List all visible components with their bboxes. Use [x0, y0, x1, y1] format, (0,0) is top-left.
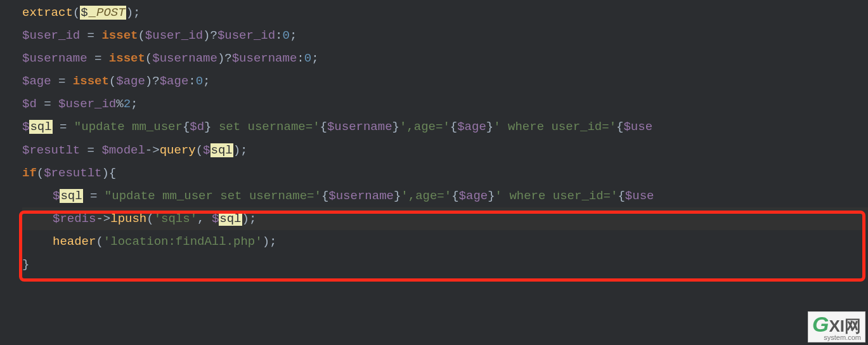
var-age: $age [22, 74, 51, 88]
brace-close: } [394, 189, 401, 203]
var-sql-dollar: $ [22, 120, 29, 134]
str-set-username: set username=' [212, 120, 320, 134]
var-redis: $redis [53, 212, 96, 226]
var-d-embed: $d [190, 120, 204, 134]
var-sql-dollar: $ [212, 212, 219, 226]
paren-open: ( [138, 29, 145, 42]
eq: = [83, 189, 105, 203]
num-zero: 0 [283, 29, 290, 42]
var-sql-dollar: $ [53, 189, 60, 203]
var-age-2: $age [116, 74, 145, 88]
num-zero: 0 [196, 74, 203, 88]
var-use-embed: $use [623, 120, 652, 134]
code-line-3[interactable]: $username = isset($username)?$username:0… [22, 47, 868, 70]
str-update-1: "update mm_user [74, 120, 183, 134]
code-line-10[interactable]: $redis->lpush('sqls', $sql); [22, 207, 868, 230]
brace-close: } [488, 189, 495, 203]
fn-query: query [160, 143, 196, 157]
var-resutlt: $resutlt [44, 166, 101, 180]
semi: ; [290, 29, 297, 42]
paren-close-q: )? [145, 74, 160, 88]
eq: = [37, 97, 58, 111]
brace-open: { [451, 189, 458, 203]
brace-close: } [204, 120, 211, 134]
kw-if: if [22, 166, 37, 180]
str-sqls: 'sqls' [154, 212, 197, 226]
arrow: -> [96, 212, 110, 226]
kw-isset: isset [109, 51, 145, 65]
str-where-2: ' where user_id=' [495, 189, 618, 203]
code-line-12[interactable]: } [22, 253, 868, 276]
semi: ; [131, 97, 138, 111]
paren-open: ( [146, 212, 153, 226]
fn-lpush: lpush [110, 212, 146, 226]
arrow: -> [145, 143, 160, 157]
var-post-dollar: $ [80, 6, 88, 20]
code-line-5[interactable]: $d = $user_id%2; [22, 93, 868, 115]
eq: = [80, 29, 101, 42]
code-line-2[interactable]: $user_id = isset($user_id)?$user_id:0; [22, 24, 868, 47]
fn-header: header [53, 235, 96, 249]
str-age-2: ',age=' [401, 189, 451, 203]
brace-close: } [392, 120, 399, 134]
var-sql-hl: sql [60, 189, 82, 203]
var-sql-hl: sql [219, 212, 242, 226]
brace-open: { [320, 120, 327, 134]
paren-open: ( [37, 166, 44, 180]
brace-open: { [450, 120, 457, 134]
paren-close: ); [126, 6, 141, 20]
close-brace: } [22, 257, 29, 271]
paren-open: ( [96, 235, 103, 249]
paren-close: ); [233, 143, 248, 157]
watermark-cn: 网 [845, 316, 861, 335]
paren-close: ); [262, 235, 277, 249]
code-line-4[interactable]: $age = isset($age)?$age:0; [22, 70, 868, 93]
colon: : [188, 74, 195, 88]
colon: : [297, 51, 304, 65]
var-user-id: $user_id [58, 97, 116, 111]
var-user-id-2: $user_id [145, 29, 203, 42]
semi: ; [311, 51, 318, 65]
var-user-id: $user_id [22, 29, 80, 42]
var-username-2: $username [152, 51, 217, 65]
paren-open: ( [73, 6, 80, 20]
var-sql-dollar: $ [203, 143, 210, 157]
var-username-embed: $username [327, 120, 392, 134]
brace-open: { [616, 120, 623, 134]
str-location: 'location:findAll.php' [103, 235, 262, 249]
var-sql-hl: sql [211, 143, 233, 157]
var-use-embed: $use [625, 189, 654, 203]
brace-open: { [183, 120, 190, 134]
eq: = [80, 143, 101, 157]
var-d: $d [22, 97, 37, 111]
code-line-9[interactable]: $sql = "update mm_user set username='{$u… [22, 185, 868, 207]
paren-open: ( [145, 51, 152, 65]
watermark: GXI网 system.com [808, 311, 865, 342]
fn-extract: extract [22, 6, 73, 20]
code-line-8[interactable]: if($resutlt){ [22, 162, 868, 185]
code-line-1[interactable]: extract($_POST); [22, 1, 868, 24]
paren-close-brace: ){ [101, 166, 116, 180]
brace-open: { [321, 189, 328, 203]
var-model: $model [101, 143, 145, 157]
watermark-g: G [812, 312, 829, 336]
var-age-embed: $age [459, 189, 488, 203]
str-where: ' where user_id=' [493, 120, 616, 134]
kw-isset: isset [73, 74, 109, 88]
paren-open: ( [109, 74, 116, 88]
eq: = [87, 51, 109, 65]
op-mod: % [116, 97, 123, 111]
eq: = [53, 120, 74, 134]
code-line-6[interactable]: $sql = "update mm_user{$d} set username=… [22, 115, 868, 138]
comma: , [197, 212, 212, 226]
code-line-11[interactable]: header('location:findAll.php'); [22, 230, 868, 253]
kw-isset: isset [101, 29, 138, 42]
var-sql-hl: sql [29, 120, 52, 134]
const-post: _POST [89, 6, 126, 20]
var-age-3: $age [160, 74, 189, 88]
var-resutlt: $resutlt [22, 143, 80, 157]
var-username: $username [22, 51, 87, 65]
code-line-7[interactable]: $resutlt = $model->query($sql); [22, 139, 868, 162]
paren-close-q: )? [203, 29, 217, 42]
paren-open: ( [196, 143, 203, 157]
